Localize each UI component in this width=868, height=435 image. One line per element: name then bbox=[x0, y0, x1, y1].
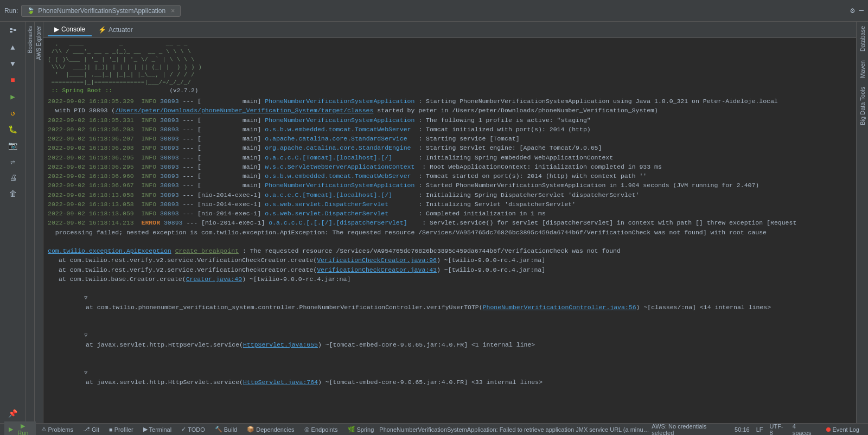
right-sidebar: Database Maven Big Data Tools bbox=[856, 22, 868, 423]
log-line: 2022-09-02 16:18:13.059 INFO 30893 --- [… bbox=[48, 209, 852, 218]
tab-console[interactable]: ▶ Console bbox=[48, 23, 92, 36]
status-tab-endpoints[interactable]: ◎ Endpoints bbox=[300, 425, 342, 434]
log-line-error: 2022-09-02 16:18:14.213 ERROR 30893 --- … bbox=[48, 218, 852, 237]
stacktrace-line-3: at com.twilio.base.Creator.create(Creato… bbox=[48, 274, 852, 284]
right-sidebar-database[interactable]: Database bbox=[859, 22, 866, 56]
left-sidebar: ▲ ▼ ■ ▶ ↺ 🐛 📷 ⇌ 🖨 🗑 📌 bbox=[0, 22, 26, 423]
pid-path-link[interactable]: /Users/peter/Downloads/phoneNumber_Verif… bbox=[115, 107, 373, 114]
status-tab-terminal[interactable]: ▶ Terminal bbox=[139, 425, 176, 434]
exception-class-link[interactable]: com.twilio.exception.ApiException bbox=[48, 247, 171, 254]
status-message: PhoneNumberVerificationSystemApplication… bbox=[379, 426, 650, 433]
stacktrace-line-5: ▽ at javax.servlet.http.HttpServlet.serv… bbox=[48, 321, 852, 359]
spaces-info: 4 spaces bbox=[793, 423, 816, 436]
create-breakpoint-link[interactable]: Create breakpoint bbox=[175, 247, 239, 254]
sidebar-icon-print[interactable]: 🖨 bbox=[3, 170, 23, 185]
status-tab-spring[interactable]: 🌿 Spring bbox=[343, 425, 379, 434]
status-tab-dependencies[interactable]: 📦 Dependencies bbox=[242, 425, 298, 434]
right-sidebar-maven[interactable]: Maven bbox=[859, 56, 866, 82]
log-line: 2022-09-02 16:18:06.295 INFO 30893 --- [… bbox=[48, 162, 852, 171]
sidebar-icon-stop[interactable]: ■ bbox=[3, 73, 23, 88]
log-line: 2022-09-02 16:18:06.207 INFO 30893 --- [… bbox=[48, 134, 852, 143]
log-line: 2022-09-02 16:18:06.295 INFO 30893 --- [… bbox=[48, 153, 852, 162]
indent-info: LF bbox=[756, 426, 763, 433]
collapse-icon-5[interactable]: ▽ bbox=[82, 332, 90, 340]
st-link-6[interactable]: HttpServlet.java:764 bbox=[243, 379, 318, 386]
aws-info: AWS: No credentials selected bbox=[652, 423, 728, 436]
run-label: Run: bbox=[4, 7, 18, 15]
title-bar-right: ⚙ — bbox=[850, 6, 864, 15]
bookmarks-sidebar[interactable]: Bookmarks bbox=[26, 22, 35, 423]
run-button[interactable]: ▶ ▶ Run bbox=[4, 421, 36, 435]
log-line: 2022-09-02 16:18:13.058 INFO 30893 --- [… bbox=[48, 200, 852, 209]
log-line: 2022-09-02 16:18:06.208 INFO 30893 --- [… bbox=[48, 143, 852, 152]
error-exception-line: com.twilio.exception.ApiException Create… bbox=[48, 246, 852, 255]
console-output[interactable]: . ____ _ __ _ _ /\\ / ___'_ __ _ _(_)_ _… bbox=[43, 38, 856, 423]
svg-rect-0 bbox=[10, 28, 12, 30]
st-link-4[interactable]: PhoneNumberVerificationController.java:5… bbox=[483, 304, 636, 311]
svg-line-3 bbox=[12, 29, 14, 30]
event-log-error-dot bbox=[826, 427, 831, 432]
content-area: ▶ Console ⚡ Actuator . ____ _ __ _ _ /\\… bbox=[43, 22, 856, 423]
st-link-1[interactable]: VerificationCheckCreator.java:96 bbox=[317, 257, 437, 264]
bookmarks-label[interactable]: Bookmarks bbox=[27, 22, 33, 57]
log-line: 2022-09-02 16:18:06.960 INFO 30893 --- [… bbox=[48, 171, 852, 181]
minimize-icon[interactable]: — bbox=[859, 6, 864, 15]
log-line: 2022-09-02 16:18:06.967 INFO 30893 --- [… bbox=[48, 181, 852, 190]
sidebar-icon-structure[interactable] bbox=[3, 24, 23, 39]
close-icon[interactable]: × bbox=[171, 7, 175, 15]
settings-icon[interactable]: ⚙ bbox=[850, 6, 854, 15]
status-tab-profiler[interactable]: ■ Profiler bbox=[105, 425, 138, 434]
sidebar-icon-up[interactable]: ▲ bbox=[3, 40, 23, 55]
sidebar-icon-wrap[interactable]: ⇌ bbox=[3, 154, 23, 169]
status-right: AWS: No credentials selected 50:16 LF UT… bbox=[652, 423, 864, 436]
st-link-2[interactable]: VerificationCheckCreator.java:43 bbox=[317, 266, 437, 273]
sidebar-icon-trash[interactable]: 🗑 bbox=[3, 187, 23, 202]
aws-sidebar[interactable]: AWS Explorer bbox=[35, 22, 43, 423]
svg-rect-2 bbox=[14, 29, 16, 31]
sidebar-icon-camera[interactable]: 📷 bbox=[3, 138, 23, 153]
sidebar-icon-run[interactable]: ▶ bbox=[3, 89, 23, 104]
st-link-3[interactable]: Creator.java:40 bbox=[186, 276, 242, 283]
sidebar-icon-down[interactable]: ▼ bbox=[3, 56, 23, 72]
status-tab-todo[interactable]: ✓ TODO bbox=[177, 425, 209, 434]
app-icon: 🍃 bbox=[27, 7, 35, 14]
status-tab-eventlog[interactable]: Event Log bbox=[822, 425, 864, 434]
tab-actuator[interactable]: ⚡ Actuator bbox=[92, 24, 139, 36]
log-line: 2022-09-02 16:18:05.329 INFO 30893 --- [… bbox=[48, 97, 852, 116]
stacktrace-line-6: ▽ at javax.servlet.http.HttpServlet.serv… bbox=[48, 359, 852, 396]
sidebar-icon-rerun[interactable]: ↺ bbox=[3, 105, 23, 120]
blank-line bbox=[48, 237, 852, 246]
encoding-info: UTF-8 bbox=[769, 423, 786, 436]
aws-label[interactable]: AWS Explorer bbox=[36, 22, 42, 64]
log-line: 2022-09-02 16:18:13.058 INFO 30893 --- [… bbox=[48, 190, 852, 200]
svg-rect-1 bbox=[10, 31, 12, 33]
status-bar-tabs: ⚠ Problems ⎇ Git ■ Profiler ▶ Terminal ✓… bbox=[37, 425, 379, 434]
status-bar: ▶ ▶ Run ⚠ Problems ⎇ Git ■ Profiler ▶ Te… bbox=[0, 423, 868, 435]
stacktrace-line-4: ▽ at com.twilio.phonenumber_verification… bbox=[48, 284, 852, 321]
log-line: 2022-09-02 16:18:05.331 INFO 30893 --- [… bbox=[48, 116, 852, 125]
status-tab-build[interactable]: 🔨 Build bbox=[210, 425, 241, 434]
status-tab-git[interactable]: ⎇ Git bbox=[79, 425, 104, 434]
run-tab[interactable]: 🍃 PhoneNumberVerificationSystemApplicati… bbox=[21, 5, 181, 17]
main-layout: ▲ ▼ ■ ▶ ↺ 🐛 📷 ⇌ 🖨 🗑 📌 Bookmarks AWS Expl… bbox=[0, 22, 868, 423]
sidebar-icon-pin[interactable]: 📌 bbox=[3, 406, 23, 421]
collapse-icon-6[interactable]: ▽ bbox=[82, 369, 90, 377]
run-tab-label: PhoneNumberVerificationSystemApplication bbox=[38, 7, 165, 15]
line-col: 50:16 bbox=[735, 426, 750, 433]
sidebar-icon-debug[interactable]: 🐛 bbox=[3, 121, 23, 137]
status-tab-problems[interactable]: ⚠ Problems bbox=[37, 425, 78, 434]
right-sidebar-bigdata[interactable]: Big Data Tools bbox=[859, 82, 866, 130]
log-line: 2022-09-02 16:18:06.203 INFO 30893 --- [… bbox=[48, 125, 852, 134]
tool-tabs: ▶ Console ⚡ Actuator bbox=[43, 22, 856, 38]
stacktrace-line-2: at com.twilio.rest.verify.v2.service.Ver… bbox=[48, 265, 852, 274]
collapse-icon-4[interactable]: ▽ bbox=[82, 295, 90, 302]
stacktrace-line-1: at com.twilio.rest.verify.v2.service.Ver… bbox=[48, 255, 852, 265]
title-bar: Run: 🍃 PhoneNumberVerificationSystemAppl… bbox=[0, 0, 868, 22]
spring-banner: . ____ _ __ _ _ /\\ / ___'_ __ _ _(_)_ _… bbox=[48, 40, 852, 94]
st-link-5[interactable]: HttpServlet.java:655 bbox=[243, 341, 318, 348]
